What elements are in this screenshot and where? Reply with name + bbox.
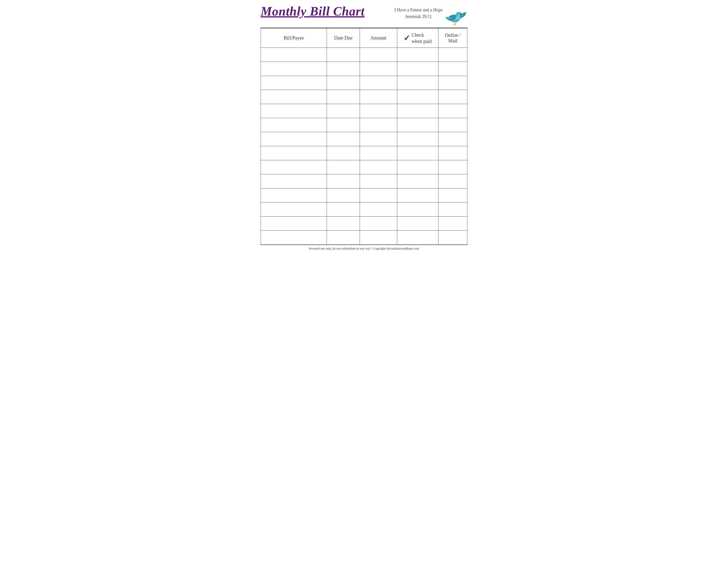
- table-cell: [438, 76, 467, 90]
- svg-line-14: [454, 24, 456, 25]
- table-cell: [397, 132, 438, 146]
- header: Monthly Bill Chart I Have a Future and a…: [261, 4, 467, 25]
- table-cell: [438, 146, 467, 160]
- table-cell: [327, 146, 360, 160]
- table-row: [261, 146, 467, 160]
- table-row: [261, 104, 467, 118]
- table-header-row: Bill/Payee Date Due Amount ✓ Check when …: [261, 28, 467, 48]
- page: Monthly Bill Chart I Have a Future and a…: [255, 0, 473, 254]
- table-cell: [261, 90, 327, 104]
- table-cell: [261, 217, 327, 231]
- svg-line-15: [456, 24, 456, 25]
- table-cell: [327, 132, 360, 146]
- table-cell: [327, 202, 360, 217]
- table-row: [261, 62, 467, 76]
- table-cell: [397, 202, 438, 217]
- table-cell: [360, 160, 397, 174]
- table-cell: [327, 160, 360, 174]
- table-cell: [397, 76, 438, 90]
- table-cell: [397, 217, 438, 231]
- table-cell: [397, 174, 438, 188]
- table-cell: [360, 132, 397, 146]
- svg-line-11: [453, 24, 454, 25]
- table-cell: [360, 118, 397, 132]
- table-cell: [438, 160, 467, 174]
- table-cell: [261, 62, 327, 76]
- tagline: I Have a Future and a Hope Jeremiah 29:1…: [394, 7, 443, 20]
- table-cell: [438, 48, 467, 62]
- svg-point-9: [461, 14, 461, 14]
- table-cell: [360, 202, 397, 217]
- table-cell: [327, 90, 360, 104]
- header-right: I Have a Future and a Hope Jeremiah 29:1…: [394, 6, 467, 25]
- main-title: Monthly Bill Chart: [261, 4, 364, 18]
- table-cell: [327, 231, 360, 245]
- table-cell: [261, 104, 327, 118]
- checkmark-icon: ✓: [404, 34, 410, 42]
- table-cell: [360, 104, 397, 118]
- table-cell: [261, 48, 327, 62]
- table-cell: [438, 104, 467, 118]
- col-header-amount: Amount: [360, 28, 397, 48]
- table-cell: [261, 146, 327, 160]
- table-cell: [397, 231, 438, 245]
- bill-table: Bill/Payee Date Due Amount ✓ Check when …: [261, 28, 467, 245]
- table-cell: [360, 76, 397, 90]
- table-cell: [261, 202, 327, 217]
- col-header-online: Online / Mail: [438, 28, 467, 48]
- table-cell: [397, 146, 438, 160]
- table-row: [261, 160, 467, 174]
- tagline-line1: I Have a Future and a Hope: [394, 7, 443, 13]
- table-cell: [327, 62, 360, 76]
- table-cell: [438, 202, 467, 217]
- table-row: [261, 174, 467, 188]
- table-row: [261, 217, 467, 231]
- footer-text: Personal use only, do not redistribute i…: [309, 247, 419, 250]
- table-cell: [438, 90, 467, 104]
- table-cell: [327, 76, 360, 90]
- title-block: Monthly Bill Chart: [261, 4, 364, 18]
- table-cell: [397, 90, 438, 104]
- table-cell: [397, 62, 438, 76]
- table-cell: [438, 188, 467, 202]
- table-cell: [438, 132, 467, 146]
- table-cell: [397, 160, 438, 174]
- table-cell: [397, 48, 438, 62]
- table-cell: [360, 217, 397, 231]
- table-cell: [397, 188, 438, 202]
- table-row: [261, 90, 467, 104]
- svg-line-13: [456, 22, 456, 24]
- table-cell: [261, 160, 327, 174]
- table-cell: [438, 62, 467, 76]
- table-cell: [397, 104, 438, 118]
- table-cell: [360, 62, 397, 76]
- table-cell: [438, 217, 467, 231]
- table-cell: [360, 146, 397, 160]
- table-cell: [261, 76, 327, 90]
- col-header-check: ✓ Check when paid: [397, 28, 438, 48]
- table-row: [261, 118, 467, 132]
- table-row: [261, 188, 467, 202]
- table-cell: [327, 174, 360, 188]
- svg-line-10: [454, 22, 455, 24]
- table-row: [261, 132, 467, 146]
- table-cell: [261, 174, 327, 188]
- table-cell: [261, 118, 327, 132]
- table-cell: [261, 132, 327, 146]
- table-cell: [360, 48, 397, 62]
- table-cell: [360, 174, 397, 188]
- check-label-when: when paid: [412, 38, 432, 45]
- bird-illustration: [445, 6, 467, 25]
- table-cell: [327, 188, 360, 202]
- col-header-payee: Bill/Payee: [261, 28, 327, 48]
- table-cell: [360, 231, 397, 245]
- table-cell: [438, 231, 467, 245]
- table-cell: [360, 90, 397, 104]
- table-row: [261, 202, 467, 217]
- svg-point-8: [460, 14, 462, 15]
- table-cell: [438, 118, 467, 132]
- table-row: [261, 48, 467, 62]
- table-cell: [327, 104, 360, 118]
- table-cell: [327, 48, 360, 62]
- check-label-check: Check: [412, 32, 432, 38]
